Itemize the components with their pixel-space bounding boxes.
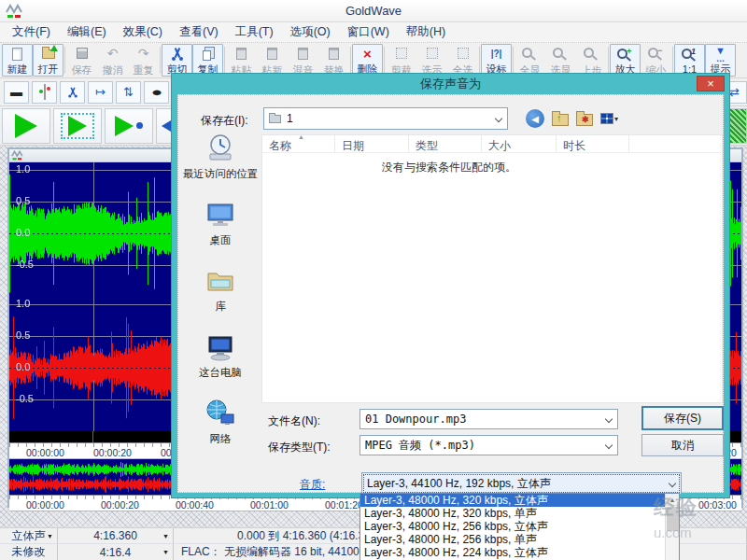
save-type-combobox[interactable]: MPEG 音频 (*.mp3) (359, 435, 618, 455)
toolbar-separator (479, 47, 480, 74)
dialog-title-bar[interactable]: 保存声音为 (172, 74, 729, 94)
stretch-button[interactable]: ⇅ (116, 81, 141, 104)
position-cell[interactable]: 4:16.4▼ (58, 544, 174, 560)
quality-option-4[interactable]: Layer-3, 48000 Hz, 256 kbps, 单声 (360, 533, 665, 546)
open-file-button[interactable]: 打开 (33, 44, 63, 77)
lens-button[interactable]: ● (144, 81, 169, 104)
save-button[interactable]: 保存(S) (641, 406, 724, 430)
replace-button[interactable]: 替换 (318, 44, 349, 77)
quality-combobox[interactable]: Layer-3, 44100 Hz, 192 kbps, 立体声 (361, 472, 682, 495)
dialog-close-button[interactable]: × (697, 76, 725, 91)
paste-new-button[interactable]: 粘新 (257, 44, 288, 77)
toolbar-separator (608, 47, 609, 74)
marker-dot-icon (136, 122, 143, 129)
this-pc-icon (204, 331, 236, 366)
views-grid-icon (600, 113, 613, 124)
save-button[interactable]: 保存 (66, 44, 97, 77)
sidebar-item-4[interactable]: 这台电脑 (180, 331, 261, 398)
views-button[interactable]: ▾ (600, 113, 618, 124)
folder-icon (269, 115, 281, 123)
snap-button[interactable]: ↦ (88, 81, 113, 104)
column-header-4[interactable]: 大小 (482, 135, 557, 152)
chevron-down-icon (495, 115, 502, 122)
menu-item-3[interactable]: 效果(C) (115, 22, 171, 42)
sidebar-item-2[interactable]: 桌面 (180, 199, 261, 265)
split-button[interactable] (60, 81, 85, 104)
show-all-button[interactable]: 全显 (514, 44, 545, 77)
play-button[interactable] (2, 108, 50, 144)
quality-link-label[interactable]: 音质: (300, 477, 325, 493)
sidebar-item-3[interactable]: 库 (180, 265, 261, 331)
dropdown-scrollbar[interactable]: ▲ (665, 494, 679, 560)
select-all-icon (455, 46, 472, 61)
play-selection-button[interactable] (53, 108, 102, 144)
select-all-button[interactable]: 全选 (447, 44, 478, 77)
quality-value: Layer-3, 44100 Hz, 192 kbps, 立体声 (367, 476, 551, 492)
zoom-out-button[interactable]: −缩小 (641, 44, 671, 77)
previous-zoom-button[interactable]: 上步 (576, 44, 607, 77)
ruler-label: 00:03:00 (698, 499, 737, 511)
back-button[interactable]: ◀ (526, 109, 544, 128)
up-one-level-button[interactable]: ↑ (552, 114, 569, 126)
channel-mode-cell[interactable]: 立体声▼ (0, 528, 58, 544)
quality-option-1[interactable]: Layer-3, 48000 Hz, 320 kbps, 立体声 (360, 494, 665, 507)
toolbar-separator (513, 47, 514, 74)
zoom-1-1-button[interactable]: 11:1 (674, 44, 705, 77)
sidebar-item-5[interactable]: 网络 (180, 398, 261, 464)
show-selection-button[interactable]: 选显 (545, 44, 576, 77)
delete-button[interactable]: ×删除 (352, 44, 383, 77)
menu-item-4[interactable]: 查看(V) (171, 22, 227, 42)
menu-item-2[interactable]: 编辑(E) (59, 22, 115, 42)
column-header-extra (629, 135, 722, 152)
quality-option-2[interactable]: Layer-3, 48000 Hz, 320 kbps, 单声 (360, 507, 665, 520)
set-marker-button[interactable]: |?|设标 (481, 44, 512, 77)
select-view-button[interactable]: 选示 (416, 44, 447, 77)
ruler-label: 00:00:40 (176, 499, 214, 511)
trim-button[interactable]: 剪裁 (386, 44, 416, 77)
copy-button[interactable]: 复制 (192, 44, 223, 77)
cut-button[interactable]: 剪切 (162, 44, 192, 77)
cancel-button[interactable]: 取消 (641, 434, 724, 456)
file-list[interactable]: ▲名称日期类型大小时长 没有与搜索条件匹配的项。 (261, 134, 723, 403)
scroll-up-icon[interactable]: ▲ (666, 494, 679, 506)
save-in-combobox[interactable]: 1 (263, 107, 508, 130)
mixer-button[interactable] (32, 81, 57, 104)
new-file-button[interactable]: 新建 (2, 44, 33, 77)
show-selection-icon (553, 46, 570, 61)
play-custom-button[interactable] (105, 108, 153, 144)
hint-button[interactable]: ▼…提示 (705, 44, 736, 77)
level-button[interactable]: ▬ (4, 81, 29, 104)
menu-item-6[interactable]: 选项(O) (282, 22, 339, 42)
filename-combobox[interactable]: 01 Downpour.mp3 (359, 409, 618, 429)
new-folder-button[interactable]: ✱ (576, 114, 593, 126)
ruler-label: 00:01:00 (250, 499, 289, 511)
recent-places-icon (204, 133, 236, 167)
column-header-1[interactable]: ▲名称 (262, 135, 335, 152)
sidebar-item-1[interactable]: 最近访问的位置 (180, 133, 261, 199)
y-axis-label: 0.5 (16, 329, 30, 341)
ruler-label: 00:00:00 (26, 499, 64, 511)
position-value: 4:16.4 (100, 546, 131, 559)
quality-option-3[interactable]: Layer-3, 48000 Hz, 256 kbps, 立体声 (360, 520, 665, 533)
save-type-value: MPEG 音频 (*.mp3) (365, 438, 475, 454)
menu-item-5[interactable]: 工具(T) (227, 22, 282, 42)
app-title-bar[interactable]: GoldWave (0, 0, 747, 22)
undo-button[interactable]: ↶撤消 (97, 44, 128, 77)
column-header-2[interactable]: 日期 (335, 135, 409, 152)
ruler-label: 00:01:20 (325, 499, 363, 511)
menu-item-7[interactable]: 窗口(W) (339, 22, 398, 42)
hint-icon: ▼… (712, 47, 729, 62)
redo-button[interactable]: ↷重复 (128, 44, 159, 77)
quality-option-5[interactable]: Layer-3, 48000 Hz, 224 kbps, 立体声 (360, 546, 665, 559)
file-list-header: ▲名称日期类型大小时长 (262, 135, 722, 153)
zoom-in-button[interactable]: +放大 (610, 44, 641, 77)
length-cell[interactable]: 4:16.360▼ (58, 528, 174, 544)
column-header-5[interactable]: 时长 (557, 135, 629, 152)
ruler-label: 00:00:00 (26, 447, 64, 458)
menu-item-1[interactable]: 文件(F) (4, 22, 59, 42)
scrollbar-thumb[interactable] (667, 507, 679, 531)
mix-button[interactable]: 混音 (288, 44, 318, 77)
paste-button[interactable]: 粘贴 (226, 44, 257, 77)
menu-item-8[interactable]: 帮助(H) (398, 22, 454, 42)
column-header-3[interactable]: 类型 (409, 135, 482, 152)
